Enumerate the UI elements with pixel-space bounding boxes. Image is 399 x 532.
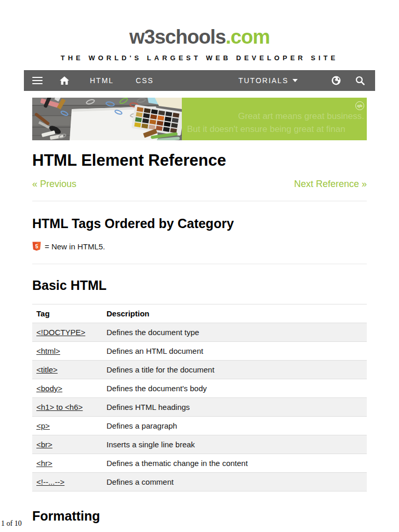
- column-header-description: Description: [102, 304, 367, 323]
- tag-description: Defines an HTML document: [102, 342, 367, 361]
- tag-link[interactable]: <html>: [36, 347, 60, 355]
- table-row: <title> Defines a title for the document: [32, 361, 367, 379]
- tag-link[interactable]: <p>: [36, 421, 50, 430]
- tag-description: Defines a paragraph: [102, 417, 367, 435]
- next-reference-link[interactable]: Next Reference »: [294, 179, 367, 190]
- tag-description: Defines HTML headings: [102, 398, 367, 417]
- advertisement-banner[interactable]: Great art means great business. But it d…: [32, 98, 367, 140]
- basic-html-heading: Basic HTML: [32, 278, 367, 293]
- site-tagline: THE WORLD'S LARGEST WEB DEVELOPER SITE: [0, 54, 399, 62]
- table-row: <!--...--> Defines a comment: [32, 473, 367, 491]
- page-indicator: 1 of 10: [1, 520, 22, 528]
- html5-note: 5 = New in HTML5.: [32, 242, 367, 251]
- tag-link[interactable]: <hr>: [36, 459, 52, 468]
- tag-description: Inserts a single line break: [102, 435, 367, 454]
- nav-item-css[interactable]: CSS: [136, 76, 154, 85]
- banner-ad-message[interactable]: Great art means great business. But it d…: [182, 98, 367, 140]
- site-header: w3schools.com THE WORLD'S LARGEST WEB DE…: [0, 0, 399, 62]
- tag-link[interactable]: <title>: [36, 365, 58, 374]
- globe-icon[interactable]: [331, 76, 341, 85]
- svg-text:5: 5: [35, 244, 38, 249]
- logo-main: w3schools: [129, 26, 225, 48]
- main-navbar: HTML CSS TUTORIALS: [24, 70, 375, 91]
- previous-link[interactable]: « Previous: [32, 179, 76, 190]
- table-row: <p> Defines a paragraph: [32, 417, 367, 435]
- table-header-row: Tag Description: [32, 304, 367, 323]
- quickbooks-logo-icon: qb: [355, 101, 364, 110]
- logo-suffix: .com: [225, 26, 270, 48]
- tag-link[interactable]: <h1> to <h6>: [36, 403, 83, 411]
- home-icon[interactable]: [60, 76, 69, 85]
- table-row: <br> Inserts a single line break: [32, 435, 367, 454]
- divider: [32, 201, 367, 202]
- tag-description: Defines a comment: [102, 473, 367, 491]
- table-row: <body> Defines the document's body: [32, 379, 367, 398]
- table-row: <hr> Defines a thematic change in the co…: [32, 454, 367, 473]
- tag-description: Defines a thematic change in the content: [102, 454, 367, 473]
- banner-photo-art-supplies: [32, 98, 182, 140]
- search-icon[interactable]: [355, 76, 365, 85]
- html5-badge-icon: 5: [32, 242, 41, 251]
- tag-link[interactable]: <!--...-->: [36, 477, 64, 486]
- banner-line1: Great art means great business.: [187, 110, 367, 123]
- tag-link[interactable]: <body>: [36, 384, 62, 393]
- banner-line2: But it doesn't ensure being great at fin…: [187, 123, 367, 136]
- divider: [32, 263, 367, 264]
- table-row: <h1> to <h6> Defines HTML headings: [32, 398, 367, 417]
- tag-link[interactable]: <!DOCTYPE>: [36, 328, 85, 337]
- tag-description: Defines the document type: [102, 323, 367, 342]
- page-title: HTML Element Reference: [32, 151, 367, 170]
- pager-links: « Previous Next Reference »: [32, 179, 367, 190]
- column-header-tag: Tag: [32, 304, 102, 323]
- main-content: HTML Element Reference « Previous Next R…: [32, 140, 367, 524]
- category-heading: HTML Tags Ordered by Category: [32, 216, 367, 231]
- chevron-down-icon: [292, 79, 298, 82]
- table-row: <html> Defines an HTML document: [32, 342, 367, 361]
- tag-reference-table: Tag Description <!DOCTYPE> Defines the d…: [32, 304, 367, 491]
- nav-item-html[interactable]: HTML: [90, 76, 114, 85]
- menu-icon[interactable]: [32, 75, 43, 86]
- w3schools-logo[interactable]: w3schools.com: [129, 26, 270, 48]
- table-row: <!DOCTYPE> Defines the document type: [32, 323, 367, 342]
- tag-description: Defines a title for the document: [102, 361, 367, 379]
- html5-note-text: = New in HTML5.: [45, 242, 105, 251]
- formatting-heading: Formatting: [32, 509, 367, 524]
- nav-item-tutorials[interactable]: TUTORIALS: [238, 76, 298, 85]
- tag-description: Defines the document's body: [102, 379, 367, 398]
- tag-link[interactable]: <br>: [36, 440, 52, 449]
